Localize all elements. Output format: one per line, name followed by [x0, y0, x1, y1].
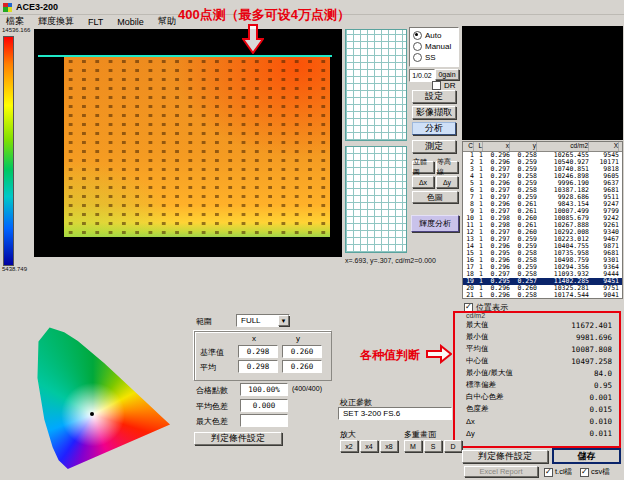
radio-icon [413, 53, 422, 62]
range-label: 範圍 [196, 316, 212, 327]
chevron-down-icon[interactable]: ▼ [278, 315, 289, 326]
export-check-label: csv檔 [591, 467, 610, 477]
table-header-cell: C [463, 142, 474, 151]
table-cell: 1 [474, 292, 483, 299]
table-row[interactable]: 810.2960.2619843.1549247 [463, 201, 622, 208]
average-y-value: 0.260 [282, 360, 322, 373]
measurement-table[interactable]: CLxycd/m2X 110.2960.25810265.4559545210.… [462, 141, 623, 299]
table-row[interactable]: 1210.2970.26010292.0089340 [463, 229, 622, 236]
heatmap-canvas[interactable] [34, 29, 342, 257]
table-row[interactable]: 2110.2960.25810174.5449041 [463, 292, 622, 299]
stat-label: 中心值 [466, 356, 489, 366]
zoom-button-x2[interactable]: x2 [340, 440, 358, 452]
delta-y-button[interactable]: Δy [436, 176, 458, 188]
menu-item[interactable]: 幫助 [158, 15, 176, 28]
stat-row: 白中心色差0.001 [460, 391, 618, 403]
table-row[interactable]: 1910.2950.25711402.2859451 [463, 278, 622, 285]
stats-section-label: cd/m2 [466, 312, 618, 319]
table-row[interactable]: 1710.2960.25910294.3569364 [463, 264, 622, 271]
stat-value: 0.011 [589, 429, 612, 438]
table-row[interactable]: 610.2970.25810387.1829681 [463, 187, 622, 194]
table-cell: 21 [463, 292, 474, 299]
table-row[interactable]: 310.2970.25910740.8519818 [463, 166, 622, 173]
multi-view-label: 多重畫面 [404, 429, 436, 440]
right-arrow-icon [426, 344, 452, 368]
measurement-table-body: 110.2960.25810265.4559545210.2960.259105… [463, 152, 622, 299]
table-row[interactable]: 1010.2980.26010085.6799242 [463, 215, 622, 222]
stats-list: 最大值11672.401最小值9981.696平均值10087.808中心值10… [460, 319, 618, 439]
menu-item[interactable]: Mobile [117, 17, 144, 27]
multi-view-button-d[interactable]: D [444, 440, 462, 452]
stat-label: Δx [466, 417, 475, 426]
table-row[interactable]: 1110.2980.26110267.8889261 [463, 222, 622, 229]
judge-condition-button-footer[interactable]: 判定條件設定 [462, 450, 548, 463]
max-color-diff-label: 最大色差 [196, 416, 228, 427]
menu-item[interactable]: FLT [88, 17, 103, 27]
table-row[interactable]: 1510.2950.25810735.9589681 [463, 250, 622, 257]
stat-row: 色度差0.015 [460, 403, 618, 415]
table-row[interactable]: 210.2960.25910540.92710171 [463, 159, 622, 166]
table-header-cell: cd/m2 [537, 142, 589, 151]
luminance-analysis-button[interactable]: 輝度分析 [411, 215, 459, 232]
colormap-button[interactable]: 色圖 [412, 191, 458, 203]
table-cell: 0.296 [483, 292, 510, 299]
multi-view-button-m[interactable]: M [404, 440, 422, 452]
mode-radio-ss[interactable]: SS [413, 52, 455, 63]
table-row[interactable]: 410.2970.25810246.8989605 [463, 173, 622, 180]
measure-button[interactable]: 測定 [412, 140, 456, 153]
table-row[interactable]: 910.2970.26110007.4999799 [463, 208, 622, 215]
mode-radio-auto[interactable]: Auto [413, 30, 455, 41]
stats-panel: cd/m2 最大值11672.401最小值9981.696平均值10087.80… [460, 312, 618, 446]
pass-count: (400/400) [292, 385, 322, 392]
table-row[interactable]: 510.2960.2599996.1909637 [463, 180, 622, 187]
mode-radio-manual[interactable]: Manual [413, 41, 455, 52]
cie-chromaticity-diagram [36, 316, 182, 470]
table-row[interactable]: 1410.2960.25910404.7559871 [463, 243, 622, 250]
export-check-csv檔[interactable]: csv檔 [580, 467, 610, 477]
baseline-label: 基準值 [200, 347, 224, 358]
excel-report-button[interactable]: Excel Report [464, 466, 538, 477]
app-icon [3, 3, 12, 12]
table-row[interactable]: 1610.2960.25810498.7599301 [463, 257, 622, 264]
range-select[interactable]: FULL ▼ [236, 314, 290, 327]
dr-checkbox[interactable]: DR [432, 81, 456, 90]
gain-button[interactable]: 0gain [435, 69, 459, 80]
stat-row: 最小值9981.696 [460, 331, 618, 343]
menu-item[interactable]: 輝度換算 [38, 15, 74, 28]
stat-row: 最大值11672.401 [460, 319, 618, 331]
average-label: 平均 [200, 362, 216, 373]
table-row[interactable]: 710.2970.2599928.6869511 [463, 194, 622, 201]
multi-view-button-s[interactable]: S [424, 440, 442, 452]
calibration-value: SET 3-200 FS.6 [338, 407, 452, 420]
table-row[interactable]: 1310.2970.25910223.0129467 [463, 236, 622, 243]
zoom-button-x4[interactable]: x4 [360, 440, 378, 452]
contour-button[interactable]: 等高線 [436, 161, 458, 173]
delta-x-button[interactable]: Δx [412, 176, 434, 188]
setting-button[interactable]: 設定 [412, 90, 456, 103]
range-selected-value: FULL [241, 316, 261, 325]
save-button[interactable]: 儲存 [552, 448, 621, 464]
camera-preview [462, 26, 623, 140]
col-x-label: x [252, 334, 256, 343]
checkbox-icon [580, 468, 589, 477]
table-row[interactable]: 2010.2960.26010325.2819751 [463, 285, 622, 292]
max-color-diff-value [240, 414, 288, 427]
checkbox-icon [464, 303, 473, 312]
export-check-t.cl檔[interactable]: t.cl檔 [544, 467, 572, 477]
pass-rate-value: 100.00% [240, 383, 288, 396]
mode-radio-label: Auto [425, 31, 441, 40]
multi-view-button-group: MSD [404, 440, 462, 452]
profile-grid-top [345, 29, 407, 141]
table-row[interactable]: 110.2960.25810265.4559545 [463, 152, 622, 159]
judge-condition-button[interactable]: 判定條件設定 [194, 432, 282, 445]
stat-value: 0.015 [589, 405, 612, 414]
table-row[interactable]: 1810.2970.25811093.9329444 [463, 271, 622, 278]
stereo-button[interactable]: 立體圖 [412, 161, 434, 173]
avg-color-diff-label: 平均色差 [196, 401, 228, 412]
mode-radio-label: Manual [425, 42, 451, 51]
zoom-button-x8[interactable]: x8 [380, 440, 398, 452]
export-format-checks: t.cl檔csv檔 [544, 467, 610, 477]
heatmap-measure-area[interactable] [64, 57, 330, 237]
capture-button[interactable]: 影像擷取 [412, 106, 456, 119]
analyze-button[interactable]: 分析 [412, 122, 456, 135]
